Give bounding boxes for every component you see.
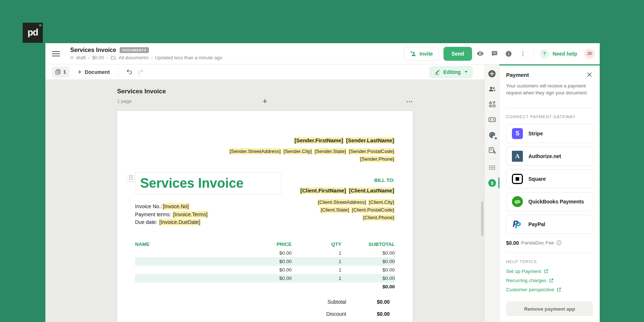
gateway-quickbooks[interactable]: qb QuickBooks Payments — [506, 192, 593, 211]
merge-field[interactable]: [Invoice.DueDate] — [159, 219, 201, 225]
fee-amount: $0.00 — [506, 240, 519, 246]
gateway-name: QuickBooks Payments — [528, 199, 584, 205]
merge-field[interactable]: [Client.FirstName] — [300, 187, 347, 194]
payment-app-icon[interactable]: $ — [487, 178, 497, 188]
table-row[interactable]: $0.001$0.00 — [135, 257, 395, 266]
field-label: Due date: — [135, 219, 157, 225]
preview-eye-icon[interactable] — [474, 48, 486, 60]
sender-block[interactable]: [Sender.FirstName] [Sender.LastName] [Se… — [135, 137, 395, 163]
merge-field[interactable]: [Client.Phone] — [362, 214, 395, 221]
merge-field[interactable]: [Sender.State] — [314, 148, 347, 154]
section-label: CONNECT PAYMENT GATEWAY — [506, 115, 593, 119]
summary-row[interactable]: Discount$0.00 — [135, 308, 395, 320]
more-options-kebab-icon[interactable] — [517, 48, 529, 60]
gateway-square[interactable]: Square — [506, 169, 593, 188]
external-link-icon — [557, 287, 561, 292]
status-dot — [70, 56, 74, 59]
invite-button[interactable]: Invite — [404, 47, 439, 61]
page-count-label: 1 page — [117, 98, 132, 104]
pricing-table[interactable]: NAME PRICE QTY SUBTOTAL $0.001$0.00 $0.0… — [135, 240, 395, 322]
redo-icon[interactable] — [135, 67, 146, 78]
app-window: Services Invoice DOCUMENTS draft • $0.00… — [45, 43, 600, 322]
question-mark-icon: ? — [540, 49, 549, 59]
separator: • — [106, 56, 108, 60]
summary-row[interactable]: Tax$0.00 — [135, 320, 395, 322]
documents-badge: DOCUMENTS — [120, 47, 149, 53]
divider — [488, 159, 496, 159]
need-help-button[interactable]: ? Need help — [538, 49, 579, 59]
add-page-button[interactable]: + — [263, 98, 267, 105]
gateway-stripe[interactable]: S Stripe — [506, 124, 593, 143]
design-icon[interactable] — [487, 130, 497, 140]
status-text: draft — [76, 55, 86, 60]
table-row[interactable]: $0.001$0.00 — [135, 266, 395, 274]
table-row[interactable]: $0.001$0.00 — [135, 274, 395, 282]
pencil-icon — [434, 69, 440, 75]
merge-field[interactable]: [Client.PostalCode] — [351, 207, 395, 213]
merge-field[interactable]: [Sender.Phone] — [359, 156, 395, 162]
gateway-name: Authorize.net — [528, 153, 561, 159]
menu-icon[interactable] — [52, 51, 60, 56]
close-icon[interactable] — [586, 71, 593, 78]
table-total-value: $0.00 — [341, 284, 395, 289]
separator: • — [151, 56, 153, 60]
merge-field[interactable]: [Client.LastName] — [348, 187, 395, 194]
add-document-label: Document — [85, 69, 109, 75]
square-icon — [512, 174, 523, 184]
drag-handle-icon[interactable] — [127, 174, 135, 181]
divider — [533, 49, 534, 59]
invoice-fields[interactable]: Invoice No.:[Invoce.No] Payment terms: [… — [135, 203, 281, 226]
merge-field[interactable]: [Invoice.Terms] — [172, 211, 208, 218]
invoice-title-block[interactable]: Services Invoice — [135, 172, 281, 194]
merge-field[interactable]: [Invoce.No] — [162, 203, 190, 210]
field-label: Invoice No.: — [135, 203, 162, 209]
merge-field[interactable]: [Client.State] — [320, 207, 349, 213]
fee-info-icon[interactable] — [556, 240, 562, 246]
scrollbar-thumb[interactable] — [481, 201, 483, 236]
merge-field[interactable]: [Sender.City] — [283, 148, 312, 154]
content-library-icon[interactable] — [487, 100, 497, 109]
info-icon[interactable] — [502, 48, 515, 60]
avatar[interactable]: JD — [584, 49, 595, 59]
invoice-title[interactable]: Services Invoice — [140, 176, 243, 191]
folder-name[interactable]: All documents — [119, 55, 149, 60]
column-header: PRICE — [244, 242, 292, 247]
help-link-customer-perspective[interactable]: Customer perspective — [506, 287, 593, 292]
merge-field[interactable]: [Sender.StreetAddress] — [229, 148, 281, 154]
add-block-icon[interactable] — [487, 69, 497, 78]
help-link-setup-payment[interactable]: Set up Payment — [506, 269, 593, 274]
pages-chip[interactable]: 1 — [52, 67, 70, 78]
merge-field[interactable]: [Sender.LastName] — [345, 137, 395, 144]
remove-payment-app-button[interactable]: Remove payment app — [506, 302, 593, 316]
merge-field[interactable]: [Sender.FirstName] — [294, 137, 344, 144]
panel-title: Payment — [506, 72, 529, 78]
apps-grid-icon[interactable] — [487, 163, 497, 172]
summary-row[interactable]: Subtotal$0.00 — [135, 296, 395, 308]
workflow-icon[interactable] — [487, 146, 497, 155]
chevron-down-icon — [465, 71, 468, 73]
recipients-icon[interactable] — [487, 84, 497, 94]
table-row[interactable]: $0.001$0.00 — [135, 249, 395, 257]
editing-mode-dropdown[interactable]: Editing — [429, 66, 473, 78]
undo-icon[interactable] — [124, 67, 135, 78]
separator: • — [88, 56, 90, 60]
column-header: SUBTOTAL — [341, 242, 395, 247]
comments-icon[interactable] — [488, 48, 501, 60]
merge-field[interactable]: [Sender.PostalCode] — [348, 148, 395, 154]
send-button[interactable]: Send — [443, 47, 472, 61]
page-more-options-icon[interactable] — [406, 99, 413, 104]
pages-icon — [55, 69, 61, 75]
help-link-recurring-charges[interactable]: Recurring charges — [506, 278, 593, 283]
add-document-button[interactable]: + Document — [75, 69, 112, 75]
gateway-paypal[interactable]: P P PayPal — [506, 215, 593, 234]
divider — [506, 108, 593, 108]
document-workspace: Services Invoice 1 page + [Sender.FirstN… — [45, 80, 484, 322]
merge-field[interactable]: [Client.StreetAddress] — [317, 199, 367, 205]
right-icon-sidebar: $ — [484, 64, 499, 322]
fields-icon[interactable] — [487, 115, 497, 124]
gateway-authorize-net[interactable]: A Authorize.net — [506, 147, 593, 166]
invite-person-icon — [410, 50, 416, 57]
authorize-net-icon: A — [512, 151, 523, 162]
merge-field[interactable]: [Client.City] — [368, 199, 395, 205]
invite-label: Invite — [419, 51, 433, 57]
